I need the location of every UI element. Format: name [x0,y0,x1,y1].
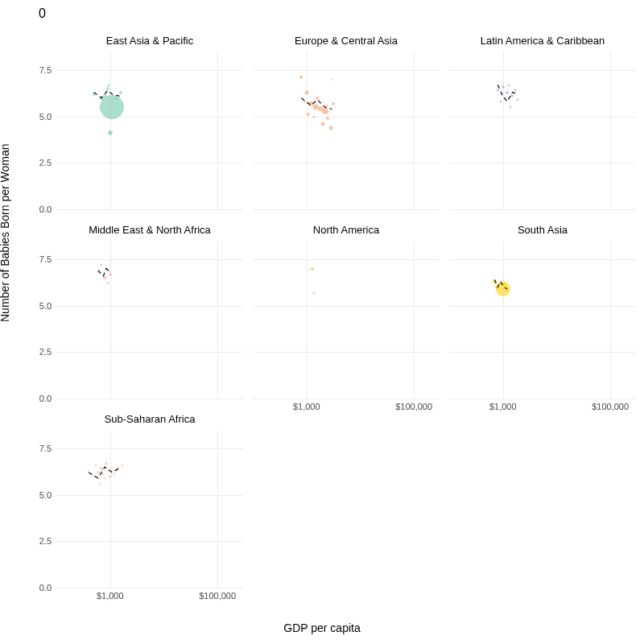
data-point [97,471,100,474]
data-point [108,130,113,135]
data-point [100,95,124,119]
y-tick: 2.5 [39,347,52,357]
y-axis-label: Number of Babies Born per Woman [0,143,11,322]
data-point [326,104,328,106]
x-axis-label: GDP per capita [283,621,360,634]
data-point [510,106,512,109]
y-tick: 7.5 [39,65,52,75]
trend-line [56,430,243,588]
data-point [514,89,517,92]
data-point [109,475,112,478]
data-point [103,276,106,279]
plot-panel: 0.02.55.07.5 [56,52,243,209]
data-point [109,273,112,276]
trend-line [253,52,440,209]
plot-panel: $1,000$100,000 [449,241,636,398]
data-point [97,271,99,274]
data-point [320,122,324,126]
data-point [508,84,510,86]
trend-line [56,241,243,398]
plot-panel: $1,000$100,000 [253,241,440,398]
data-point [101,263,103,266]
data-point [328,126,332,130]
data-point [313,115,316,118]
data-point [115,97,118,99]
x-tick: $1,000 [97,591,124,601]
data-point [99,482,101,485]
chart-title: 0 [39,6,46,21]
facet-row: Sub-Saharan Africa 0.02.55.07.5$1,000$10… [56,411,636,588]
data-point [506,91,509,94]
data-point [506,289,510,293]
data-point [304,90,308,94]
facet-row: Middle East & North Africa 0.02.55.07.5 … [56,221,636,398]
facet-title: North America [253,221,440,239]
data-point [307,113,310,116]
data-point [308,101,313,106]
data-point [499,101,502,103]
data-point [504,97,506,99]
data-point [510,94,514,97]
trend-line [56,52,243,209]
data-point [93,475,96,478]
data-point [108,269,110,271]
y-tick: 0.0 [39,204,52,214]
data-point [313,291,316,294]
data-point [111,466,114,469]
y-tick: 0.0 [39,394,52,403]
y-tick: 2.5 [39,536,52,546]
data-point [122,464,124,466]
trend-line [449,241,636,398]
x-tick: $100,000 [199,591,236,601]
y-tick: 5.0 [39,301,52,311]
data-point [332,102,335,105]
data-point [104,477,106,479]
data-point [108,84,110,86]
facet-title: South Asia [449,221,636,239]
facet-north-america: North America $1,000$100,000 [253,221,440,398]
y-tick: 7.5 [39,254,52,264]
data-point [88,469,90,472]
data-point [326,117,329,120]
facet-south-asia: South Asia $1,000$100,000 [449,221,636,398]
facet-title: Sub-Saharan Africa [56,411,243,428]
data-point [322,108,328,114]
data-point [299,76,303,79]
data-point [332,79,333,80]
data-point [497,89,499,92]
facet-east-asia: East Asia & Pacific 0.02.55.07.5 [56,32,243,209]
y-tick: 7.5 [39,444,52,453]
facet-latin-america: Latin America & Caribbean [449,32,636,209]
data-point [102,473,105,476]
data-point [517,98,519,101]
data-point [100,467,104,471]
data-point [119,91,122,94]
data-point [106,283,109,285]
data-point [106,87,109,90]
data-point [95,464,97,466]
facet-ssa: Sub-Saharan Africa 0.02.55.07.5$1,000$10… [56,411,243,588]
plot-panel: 0.02.55.07.5$1,000$100,000 [56,430,243,588]
y-tick: 5.0 [39,112,52,122]
plot-panel [253,52,440,209]
data-point [502,283,507,287]
facet-title: East Asia & Pacific [56,32,243,50]
data-point [311,267,314,270]
facet-title: Middle East & North Africa [56,221,243,239]
data-point [106,469,109,472]
facet-row: East Asia & Pacific 0.02.55.07.5 Europe … [56,32,636,209]
y-tick: 0.0 [39,583,52,592]
facet-title: Latin America & Caribbean [449,32,636,50]
facet-mena: Middle East & North Africa 0.02.55.07.5 [56,221,243,398]
data-point [502,85,505,89]
trend-line [449,52,636,209]
data-point [116,467,119,470]
data-point [493,279,497,283]
data-point [303,101,305,103]
plot-panel [449,52,636,209]
data-point [316,97,319,100]
y-tick: 5.0 [39,490,52,500]
data-point [114,473,116,476]
facet-title: Europe & Central Asia [253,32,440,50]
data-point [93,93,96,96]
